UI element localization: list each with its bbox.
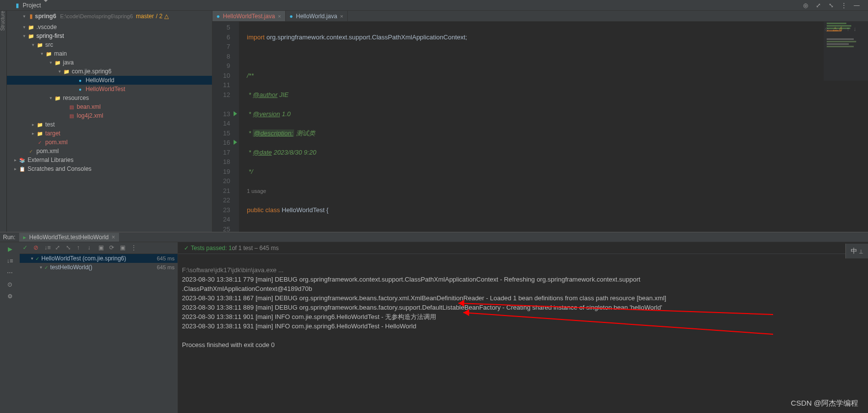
ime-indicator[interactable]: 中⟂	[845, 244, 868, 258]
close-icon[interactable]: ×	[112, 234, 115, 241]
line-number[interactable]: 6	[212, 32, 230, 42]
project-sidebar: ▾ ▮ spring6 E:\code\Demo\spring6\spring6…	[7, 11, 212, 232]
close-icon[interactable]: ×	[340, 13, 343, 19]
pin-icon[interactable]: ⊙	[6, 281, 14, 288]
console-output[interactable]: F:\software\jdk17\jdk\bin\java.exe ... 2…	[178, 254, 868, 413]
file-icon: ▤	[68, 112, 75, 119]
line-number[interactable]: 5	[212, 23, 230, 32]
tree-item[interactable]: ●HelloWorldTest	[7, 85, 212, 94]
expand-icon[interactable]: ▾	[30, 42, 36, 47]
tree-item[interactable]: ●HelloWorld	[7, 76, 212, 85]
test-row[interactable]: ▾✓HelloWorldTest (com.jie.spring6)645 ms	[20, 254, 178, 263]
test-row[interactable]: ▾✓testHelloWorld()645 ms	[20, 263, 178, 272]
code-content[interactable]: import org.springframework.context.suppo…	[239, 22, 520, 232]
expand-icon[interactable]: ⤢	[55, 244, 63, 252]
expand-icon[interactable]: ▾	[47, 95, 54, 100]
line-number[interactable]: 13	[212, 109, 230, 119]
tree-item[interactable]: ▸📁test	[7, 120, 212, 129]
test-toolbar: ✓ ⊘ ↓≡ ⤢ ⤡ ↑ ↓ ▣ ⟳ ▣ ⋮	[20, 242, 178, 254]
tree-item[interactable]: ▸📋Scratches and Consoles	[7, 164, 212, 173]
code-minimap[interactable]	[824, 22, 868, 81]
tab-helloworldtest[interactable]: ● HelloWorldTest.java ×	[212, 11, 286, 21]
minimize-icon[interactable]: —	[852, 1, 861, 10]
editor-body[interactable]: 567891011121314151617181920212223242526 …	[212, 22, 868, 232]
fail-filter-icon[interactable]: ⊘	[33, 244, 41, 252]
tree-item[interactable]: ▾📁resources	[7, 94, 212, 102]
line-number[interactable]: 8	[212, 52, 230, 62]
line-number[interactable]: 23	[212, 205, 230, 215]
prev-icon[interactable]: ↑	[77, 244, 85, 252]
line-number[interactable]: 22	[212, 195, 230, 205]
tree-item[interactable]: ▾📁com.jie.spring6	[7, 67, 212, 76]
expand-icon[interactable]: ▾	[56, 69, 63, 74]
line-number[interactable]: 21	[212, 186, 230, 196]
line-number[interactable]: 19	[212, 167, 230, 177]
next-icon[interactable]: ↓	[88, 244, 95, 252]
editor-area: ● HelloWorldTest.java × ● HelloWorld.jav…	[212, 11, 868, 232]
line-number[interactable]: 24	[212, 215, 230, 224]
collapse-icon[interactable]: ⤡	[66, 244, 74, 252]
java-class-icon: ●	[216, 13, 220, 20]
tab-label: HelloWorldTest.java	[223, 13, 275, 20]
stop-button[interactable]: ↓≡	[6, 257, 14, 265]
file-icon: ▤	[68, 103, 75, 110]
tree-item[interactable]: ▸📁target	[7, 129, 212, 138]
run-button[interactable]: ▶	[6, 245, 14, 253]
run-tab[interactable]: ▸ HelloWorldTest.testHelloWorld ×	[19, 233, 119, 242]
expand-icon[interactable]: ▸	[12, 166, 19, 171]
expand-icon[interactable]: ▸	[30, 122, 36, 127]
tree-label: spring-first	[36, 32, 64, 39]
structure-tool-label[interactable]: Structure	[0, 11, 5, 34]
tree-item[interactable]: ▤log4j2.xml	[7, 111, 212, 120]
run-panel: Run: ▸ HelloWorldTest.testHelloWorld × ▶…	[0, 232, 868, 413]
project-root-row[interactable]: ▾ ▮ spring6 E:\code\Demo\spring6\spring6…	[7, 11, 212, 22]
line-number[interactable]: 12	[212, 90, 230, 100]
history-icon[interactable]: ⟳	[109, 244, 117, 252]
watermark: CSDN @阿杰学编程	[791, 399, 858, 408]
line-number[interactable]	[212, 99, 230, 109]
line-number[interactable]: 9	[212, 61, 230, 71]
import-icon[interactable]: ▣	[120, 244, 128, 252]
line-number[interactable]: 7	[212, 42, 230, 52]
line-number[interactable]: 18	[212, 157, 230, 167]
line-number[interactable]: 10	[212, 71, 230, 81]
run-config-icon: ▸	[23, 234, 26, 241]
export-icon[interactable]: ▣	[98, 244, 106, 252]
line-number[interactable]: 17	[212, 148, 230, 158]
line-number[interactable]: 11	[212, 80, 230, 90]
tree-item[interactable]: ▸📚External Libraries	[7, 156, 212, 164]
expand-icon[interactable]: ▾	[21, 33, 28, 38]
tree-item[interactable]: ▾📁src	[7, 40, 212, 49]
line-number[interactable]: 25	[212, 224, 230, 232]
line-number[interactable]: 15	[212, 128, 230, 138]
tree-item[interactable]: ▤bean.xml	[7, 102, 212, 111]
expand-icon[interactable]: ▸	[12, 158, 19, 162]
collapse-icon[interactable]: ⤡	[827, 1, 836, 10]
tree-item[interactable]: ▾📁.vscode	[7, 23, 212, 32]
line-number[interactable]: 20	[212, 176, 230, 186]
expand-icon[interactable]: ▾	[21, 14, 28, 19]
more-icon[interactable]: ⋮	[131, 244, 139, 252]
tree-item[interactable]: ✓pom.xml	[7, 147, 212, 156]
tree-item[interactable]: ▾📁spring-first	[7, 32, 212, 40]
expand-icon[interactable]: ▾	[21, 25, 28, 30]
line-number[interactable]: 16	[212, 138, 230, 148]
target-icon[interactable]: ◎	[801, 1, 810, 10]
tree-item[interactable]: ▾📁java	[7, 58, 212, 67]
line-number[interactable]: 14	[212, 119, 230, 128]
tree-item[interactable]: ✓pom.xml	[7, 138, 212, 147]
pass-filter-icon[interactable]: ✓	[23, 244, 30, 252]
expand-icon[interactable]: ▾	[38, 51, 45, 56]
settings-icon[interactable]: ⋮	[839, 1, 848, 10]
tab-helloworld[interactable]: ● HelloWorld.java ×	[286, 11, 348, 21]
project-dropdown[interactable]: ▮ Project	[11, 1, 51, 10]
tree-label: main	[54, 50, 67, 57]
expand-icon[interactable]: ▾	[47, 60, 54, 65]
editor-tabs: ● HelloWorldTest.java × ● HelloWorld.jav…	[212, 11, 868, 22]
expand-icon[interactable]: ⤢	[814, 1, 823, 10]
tree-item[interactable]: ▾📁main	[7, 49, 212, 58]
close-icon[interactable]: ×	[278, 13, 281, 19]
sort-icon[interactable]: ↓≡	[44, 244, 52, 252]
settings-icon[interactable]: ⚙	[6, 292, 14, 300]
expand-icon[interactable]: ▸	[30, 131, 36, 136]
